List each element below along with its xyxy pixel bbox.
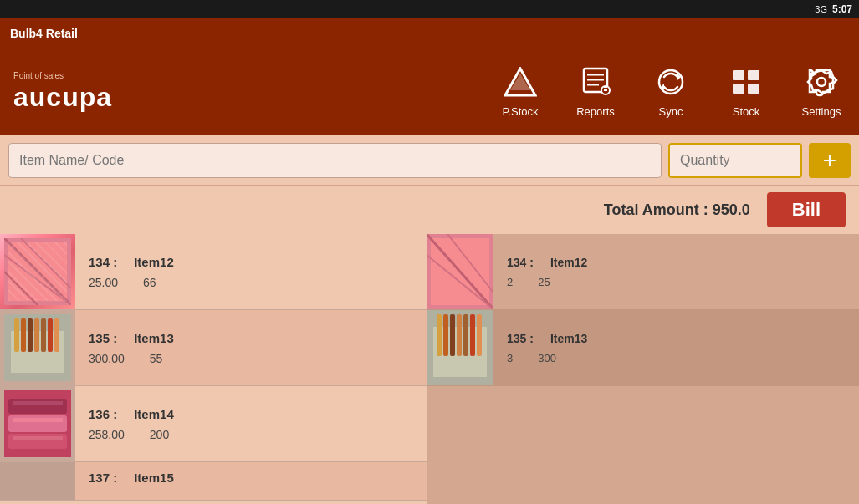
product-thumbnail xyxy=(0,462,75,500)
svg-rect-13 xyxy=(748,70,759,80)
product-stock: 200 xyxy=(150,428,169,441)
toolbar: + xyxy=(0,135,859,186)
sync-label: Sync xyxy=(659,105,683,118)
settings-label: Settings xyxy=(802,105,841,118)
svg-rect-27 xyxy=(21,318,26,352)
cart-item-name: Item12 xyxy=(550,256,587,269)
svg-rect-50 xyxy=(457,314,462,356)
stock-icon xyxy=(729,67,763,102)
cart-code: 134 : xyxy=(507,256,534,269)
product-code: 136 : xyxy=(89,407,117,421)
sync-icon xyxy=(654,67,688,102)
svg-rect-4 xyxy=(587,79,604,81)
svg-point-16 xyxy=(817,78,826,86)
quantity-input[interactable] xyxy=(668,143,802,178)
svg-rect-7 xyxy=(604,86,607,88)
svg-rect-49 xyxy=(450,314,455,356)
product-code: 134 : xyxy=(89,255,117,269)
svg-rect-23 xyxy=(13,247,63,297)
svg-rect-38 xyxy=(13,401,63,405)
product-code-name: 134 : Item12 xyxy=(89,255,413,269)
svg-rect-8 xyxy=(604,89,607,91)
product-price: 300.00 xyxy=(89,352,125,365)
svg-rect-26 xyxy=(14,318,19,352)
svg-rect-37 xyxy=(13,418,63,422)
product-code-name: 137 : Item15 xyxy=(89,471,413,485)
cart-price: 25 xyxy=(538,276,550,288)
logo-subtitle: Point of sales xyxy=(13,71,64,80)
nav-settings[interactable]: Settings xyxy=(792,67,851,118)
product-info: 137 : Item15 xyxy=(75,462,427,500)
product-details: 258.00 200 xyxy=(89,428,413,441)
svg-rect-5 xyxy=(587,84,599,86)
product-list: 134 : Item12 25.00 66 xyxy=(0,234,427,504)
svg-rect-39 xyxy=(13,436,63,440)
status-bar: 3G 5:07 xyxy=(0,0,859,18)
list-item[interactable]: 135 : Item13 300.00 55 xyxy=(0,310,427,386)
nav-stock[interactable]: Stock xyxy=(717,67,775,118)
svg-line-20 xyxy=(4,255,71,305)
product-stock: 55 xyxy=(150,352,163,365)
nav-sync[interactable]: Sync xyxy=(642,67,700,118)
svg-rect-30 xyxy=(41,318,46,352)
cart-item[interactable]: 135 : Item13 3 300 xyxy=(427,310,859,386)
stock-label: Stock xyxy=(733,105,760,118)
svg-rect-17 xyxy=(4,238,71,305)
svg-line-22 xyxy=(4,272,38,305)
nav-pstock[interactable]: P.Stock xyxy=(491,67,550,118)
svg-line-21 xyxy=(21,238,71,288)
list-item[interactable]: 137 : Item15 xyxy=(0,462,427,501)
logo-main: aucupa xyxy=(13,82,112,113)
product-name: Item13 xyxy=(134,331,174,345)
product-thumbnail xyxy=(0,234,75,309)
cart-qty: 3 xyxy=(507,352,513,364)
product-name: Item12 xyxy=(134,255,174,269)
svg-rect-31 xyxy=(48,318,53,352)
svg-rect-12 xyxy=(733,70,744,80)
cart-details: 3 300 xyxy=(507,352,846,364)
cart-item-name: Item13 xyxy=(550,332,587,345)
logo-area: Point of sales aucupa xyxy=(0,48,184,135)
svg-rect-29 xyxy=(34,318,39,352)
svg-rect-47 xyxy=(437,314,442,356)
bill-area: Total Amount : 950.0 Bill xyxy=(0,186,859,234)
pstock-label: P.Stock xyxy=(502,105,538,118)
reports-label: Reports xyxy=(576,105,615,118)
app-title: Bulb4 Retail xyxy=(10,27,78,40)
nav-reports[interactable]: Reports xyxy=(566,67,625,118)
add-button[interactable]: + xyxy=(809,143,851,178)
content-area: 134 : Item12 25.00 66 xyxy=(0,234,859,504)
cart-info: 134 : Item12 2 25 xyxy=(493,234,859,309)
list-item[interactable]: 134 : Item12 25.00 66 xyxy=(0,234,427,310)
time-display: 5:07 xyxy=(832,3,852,15)
signal-icon: 3G xyxy=(815,4,827,14)
svg-rect-28 xyxy=(28,318,33,352)
reports-icon xyxy=(579,67,612,102)
item-input[interactable] xyxy=(8,143,662,178)
settings-icon xyxy=(805,67,838,102)
list-item[interactable]: 136 : Item14 258.00 200 xyxy=(0,386,427,462)
product-price: 25.00 xyxy=(89,276,118,289)
product-code: 137 : xyxy=(89,471,117,485)
app-container: Bulb4 Retail Point of sales aucupa P.Sto… xyxy=(0,18,859,504)
cart-details: 2 25 xyxy=(507,276,846,288)
product-name: Item14 xyxy=(134,407,174,421)
product-info: 136 : Item14 258.00 200 xyxy=(75,386,427,461)
nav-items: P.Stock Reports xyxy=(184,67,859,118)
cart-price: 300 xyxy=(538,352,556,364)
svg-rect-15 xyxy=(748,84,759,94)
svg-rect-36 xyxy=(8,434,67,449)
cart-qty: 2 xyxy=(507,276,513,288)
cart-info: 135 : Item13 3 300 xyxy=(493,310,859,385)
cart-item[interactable]: 134 : Item12 2 25 xyxy=(427,234,859,310)
total-amount: Total Amount : 950.0 xyxy=(604,201,750,219)
bill-button[interactable]: Bill xyxy=(767,192,846,227)
cart-code: 135 : xyxy=(507,332,534,345)
pstock-icon xyxy=(504,67,537,102)
header: Bulb4 Retail Point of sales aucupa P.Sto… xyxy=(0,18,859,135)
svg-rect-3 xyxy=(587,74,604,76)
cart-code-name: 135 : Item13 xyxy=(507,332,846,345)
header-top: Bulb4 Retail xyxy=(0,18,859,48)
cart-code-name: 134 : Item12 xyxy=(507,256,846,269)
product-details: 300.00 55 xyxy=(89,352,413,365)
